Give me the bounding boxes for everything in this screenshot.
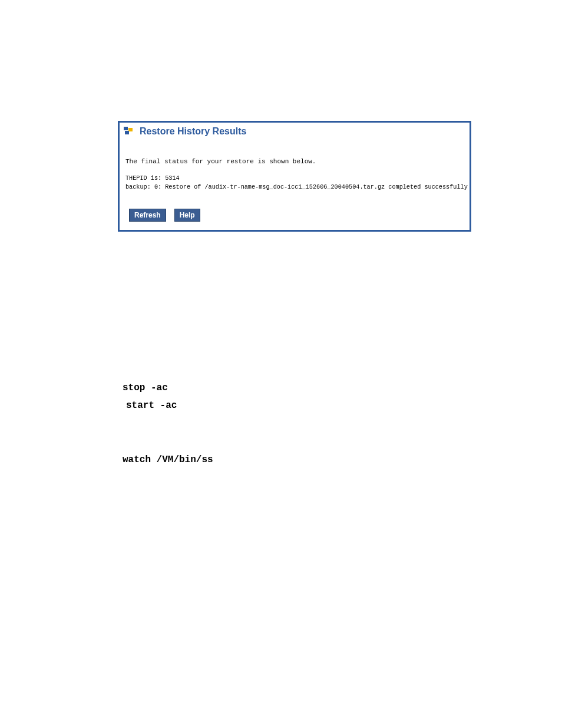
- command-list: stop -ac start -ac watch /VM/bin/ss: [123, 379, 509, 469]
- command-stop: stop -ac: [123, 379, 509, 397]
- restore-log: THEPID is: 5314 backup: 0: Restore of /a…: [125, 174, 464, 192]
- panel-title: Restore History Results: [140, 126, 246, 137]
- svg-rect-1: [128, 128, 133, 131]
- command-watch: watch /VM/bin/ss: [123, 451, 509, 469]
- refresh-button[interactable]: Refresh: [129, 209, 166, 222]
- help-button[interactable]: Help: [174, 209, 200, 222]
- flag-icon: [123, 126, 134, 137]
- panel-description: The final status for your restore is sho…: [125, 158, 464, 165]
- svg-rect-0: [124, 127, 128, 130]
- button-row: Refresh Help: [129, 209, 464, 222]
- log-line-pid: THEPID is: 5314: [125, 175, 180, 182]
- restore-history-panel: Restore History Results The final status…: [118, 121, 471, 232]
- command-start: start -ac: [123, 397, 509, 414]
- panel-header: Restore History Results: [120, 125, 470, 138]
- log-line-result: backup: 0: Restore of /audix-tr-name-msg…: [125, 184, 468, 190]
- svg-rect-2: [125, 131, 129, 134]
